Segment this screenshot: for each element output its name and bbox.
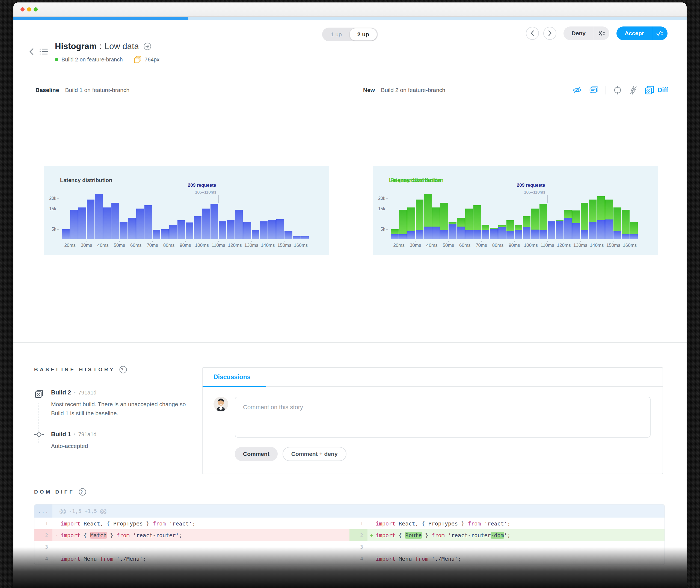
x-axis-label: 80ms	[163, 243, 175, 248]
x-axis-label: 130ms	[573, 243, 587, 248]
accept-all-icon[interactable]	[652, 30, 668, 36]
goto-arrow-icon[interactable]	[143, 42, 152, 51]
deny-button[interactable]: Deny	[563, 26, 609, 40]
build-name[interactable]: Build 1	[51, 431, 71, 438]
accept-label[interactable]: Accept	[616, 26, 652, 40]
pixel-zoom-crosshair-icon[interactable]	[613, 85, 622, 95]
diff-left-column: 1 import React, { PropTypes } from 'reac…	[34, 518, 349, 565]
build-status-dot	[55, 58, 58, 61]
x-axis-label: 40ms	[426, 243, 438, 248]
deny-all-icon[interactable]	[594, 30, 609, 36]
history-item-build-2: Build 2 • 791a1d Most recent build. Ther…	[34, 389, 198, 418]
build-name[interactable]: Build 2	[51, 389, 71, 396]
progress-fill	[13, 17, 188, 20]
comment-button[interactable]: Comment	[235, 447, 278, 461]
diff-line: 2 + import { Route } from 'react-router-…	[349, 529, 665, 541]
tab-discussions[interactable]: Discussions	[203, 373, 251, 381]
previous-snapshot-button[interactable]	[526, 27, 539, 40]
build-sha: 791a1d	[78, 390, 97, 396]
snapshot-width-label: 764px	[145, 57, 160, 63]
help-icon[interactable]: ?	[78, 488, 87, 496]
bars	[391, 191, 638, 239]
diff-line: 3	[34, 541, 349, 553]
maximize-window-button[interactable]	[34, 7, 38, 11]
responsive-width-icon	[134, 56, 141, 63]
diff-overlay-icon[interactable]	[645, 85, 654, 95]
accept-button[interactable]: Accept	[616, 26, 668, 40]
x-axis-label: 140ms	[590, 243, 604, 248]
build-description: Auto-accepted	[51, 442, 198, 451]
svg-text:?: ?	[121, 367, 125, 372]
bars	[62, 191, 309, 239]
next-snapshot-button[interactable]	[543, 27, 556, 40]
x-axis-label: 60ms	[459, 243, 471, 248]
line-number: 3	[349, 541, 367, 553]
diff-line: 1 import React, { PropTypes } from 'reac…	[349, 518, 665, 529]
x-axis-label: 50ms	[114, 243, 125, 248]
comment-input[interactable]	[235, 397, 651, 438]
build-label: Build 2 on feature-branch	[61, 57, 123, 63]
new-screenshot-chart-with-diff[interactable]: Latency distributionRequest distribution…	[373, 166, 658, 255]
y-axis-label: 15k	[44, 206, 59, 211]
x-axis-label: 30ms	[410, 243, 421, 248]
deny-label[interactable]: Deny	[563, 26, 594, 40]
line-number: 1	[34, 518, 52, 529]
diff-toggle-label[interactable]: Diff	[658, 87, 668, 94]
line-number: 2	[349, 529, 367, 541]
diff-line: 3	[349, 541, 665, 553]
layout-toggle: 1 up 2 up	[322, 28, 378, 41]
help-icon[interactable]: ?	[119, 366, 127, 374]
x-axis-label: 110ms	[212, 243, 225, 248]
diff-line: 1 import React, { PropTypes } from 'reac…	[34, 518, 349, 529]
close-window-button[interactable]	[20, 7, 25, 11]
toggle-option-2up[interactable]: 2 up	[349, 28, 377, 41]
x-axis-label: 150ms	[277, 243, 291, 248]
new-panel: Latency distributionRequest distribution…	[350, 102, 687, 342]
minimize-window-button[interactable]	[27, 7, 31, 11]
diff-right-column: 1 import React, { PropTypes } from 'reac…	[349, 518, 665, 565]
chart-title-overlay: Request distribution	[390, 177, 443, 183]
baseline-screenshot-chart[interactable]: Latency distribution20k15k5k20ms30ms40ms…	[44, 166, 329, 255]
x-axis-label: 160ms	[294, 243, 308, 248]
animations-off-icon[interactable]	[629, 85, 637, 95]
y-axis-label: 20k	[44, 196, 59, 201]
x-axis-label: 160ms	[623, 243, 637, 248]
line-number: 3	[34, 541, 52, 553]
comments-icon[interactable]	[589, 86, 598, 94]
snapshot-list-icon[interactable]	[39, 47, 48, 56]
header-actions: Deny Accept	[526, 26, 668, 40]
x-axis-label: 40ms	[97, 243, 109, 248]
toggle-option-1up[interactable]: 1 up	[323, 28, 349, 40]
diff-line: 4 import Menu from './Menu';	[349, 553, 665, 565]
dom-diff-section: DOM DIFF ?	[34, 488, 87, 496]
y-axis-label: 15k	[373, 206, 388, 211]
build-description: Most recent build. There is an unaccepte…	[51, 400, 198, 418]
history-item-build-1: Build 1 • 791a1d Auto-accepted	[34, 431, 198, 451]
diff-line: 4 import Menu from './Menu';	[34, 553, 349, 565]
x-axis-label: 150ms	[606, 243, 620, 248]
app-window: Histogram : Low data Build 2 on feature-…	[13, 2, 687, 588]
dom-diff-panel: ... @@ -1,5 +1,5 @@ 1 import React, { Pr…	[34, 504, 665, 565]
discussions-card: Discussions Comment Comment + deny	[202, 367, 663, 474]
x-axis-label: 140ms	[261, 243, 275, 248]
y-axis-label: 5k	[373, 227, 388, 232]
chart-title: Latency distribution	[60, 177, 112, 183]
active-tab-underline	[203, 386, 266, 387]
diff-gutter-ellipsis: ...	[34, 504, 52, 518]
hide-diff-eye-off-icon[interactable]	[572, 86, 582, 94]
diff-line: 2 - import { Match } from 'react-router'…	[34, 529, 349, 541]
baseline-label: Baseline	[35, 87, 59, 93]
baseline-history-section: BASELINE HISTORY ? Build 2 •	[34, 366, 198, 451]
x-axis-label: 70ms	[147, 243, 158, 248]
line-number: 4	[349, 553, 367, 565]
diff-hunk-header: @@ -1,5 +1,5 @@	[52, 504, 106, 518]
x-axis-label: 90ms	[180, 243, 191, 248]
baseline-node-icon	[34, 431, 44, 451]
back-chevron-icon[interactable]	[29, 47, 35, 56]
x-axis-label: 20ms	[393, 243, 405, 248]
user-avatar	[213, 397, 228, 411]
x-axis-label: 100ms	[195, 243, 209, 248]
title-separator: :	[99, 41, 102, 51]
comment-deny-button[interactable]: Comment + deny	[283, 447, 346, 461]
x-axis-label: 70ms	[476, 243, 487, 248]
